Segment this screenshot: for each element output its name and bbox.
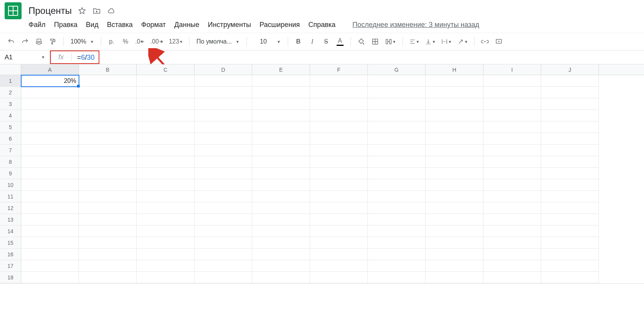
cell-A6[interactable] [21, 133, 79, 145]
cell-G17[interactable] [368, 260, 426, 272]
cell-H4[interactable] [426, 110, 483, 121]
cell-F16[interactable] [310, 249, 368, 260]
cell-H13[interactable] [426, 214, 483, 225]
cell-D6[interactable] [195, 133, 252, 145]
cell-A2[interactable] [21, 87, 79, 98]
menu-edit[interactable]: Правка [54, 21, 77, 29]
cell-I15[interactable] [483, 237, 541, 249]
cell-I17[interactable] [483, 260, 541, 272]
move-to-folder-icon[interactable] [92, 7, 101, 15]
cell-I5[interactable] [483, 121, 541, 133]
format-percent-button[interactable]: % [120, 36, 131, 47]
cell-H10[interactable] [426, 179, 483, 191]
column-header-A[interactable]: A [21, 64, 79, 75]
cell-D4[interactable] [195, 110, 252, 121]
cell-F5[interactable] [310, 121, 368, 133]
cell-B6[interactable] [79, 133, 137, 145]
cell-F13[interactable] [310, 214, 368, 225]
cell-A17[interactable] [21, 260, 79, 272]
fill-color-button[interactable] [356, 36, 367, 47]
cell-D12[interactable] [195, 202, 252, 214]
cell-C5[interactable] [137, 121, 195, 133]
cell-G6[interactable] [368, 133, 426, 145]
cell-A18[interactable] [21, 272, 79, 283]
column-header-C[interactable]: C [137, 64, 195, 75]
cell-J2[interactable] [541, 87, 599, 98]
cell-H6[interactable] [426, 133, 483, 145]
paint-format-button[interactable] [47, 36, 59, 47]
horizontal-align-button[interactable]: ▼ [408, 36, 421, 47]
column-header-B[interactable]: B [79, 64, 137, 75]
cell-J11[interactable] [541, 191, 599, 202]
cell-J15[interactable] [541, 237, 599, 249]
cell-C1[interactable] [137, 75, 195, 87]
row-header-9[interactable]: 9 [0, 168, 21, 179]
print-button[interactable] [33, 36, 45, 47]
cell-I12[interactable] [483, 202, 541, 214]
font-size-select[interactable]: 10 ▼ [252, 38, 283, 45]
cell-E9[interactable] [252, 168, 310, 179]
menu-format[interactable]: Формат [141, 21, 166, 29]
cell-B18[interactable] [79, 272, 137, 283]
cell-F17[interactable] [310, 260, 368, 272]
cell-C6[interactable] [137, 133, 195, 145]
cell-F14[interactable] [310, 225, 368, 237]
cell-A10[interactable] [21, 179, 79, 191]
cell-J9[interactable] [541, 168, 599, 179]
cell-B2[interactable] [79, 87, 137, 98]
cell-E7[interactable] [252, 145, 310, 156]
row-header-7[interactable]: 7 [0, 145, 21, 156]
cell-F1[interactable] [310, 75, 368, 87]
cell-D18[interactable] [195, 272, 252, 283]
cell-D13[interactable] [195, 214, 252, 225]
cell-B15[interactable] [79, 237, 137, 249]
row-header-8[interactable]: 8 [0, 156, 21, 168]
sheets-logo[interactable] [5, 2, 22, 19]
menu-data[interactable]: Данные [174, 21, 200, 29]
cell-D1[interactable] [195, 75, 252, 87]
cell-A8[interactable] [21, 156, 79, 168]
text-rotation-button[interactable]: ▼ [456, 36, 470, 47]
cell-I16[interactable] [483, 249, 541, 260]
format-currency-button[interactable]: р. [106, 36, 117, 47]
row-header-13[interactable]: 13 [0, 214, 21, 225]
cell-I18[interactable] [483, 272, 541, 283]
cell-G15[interactable] [368, 237, 426, 249]
cell-B12[interactable] [79, 202, 137, 214]
cell-D15[interactable] [195, 237, 252, 249]
text-color-button[interactable]: A [334, 36, 346, 47]
cell-I8[interactable] [483, 156, 541, 168]
cell-I1[interactable] [483, 75, 541, 87]
cell-J6[interactable] [541, 133, 599, 145]
cell-A11[interactable] [21, 191, 79, 202]
cell-E1[interactable] [252, 75, 310, 87]
cell-J10[interactable] [541, 179, 599, 191]
select-all-corner[interactable] [0, 64, 21, 75]
cell-E8[interactable] [252, 156, 310, 168]
column-header-D[interactable]: D [195, 64, 252, 75]
cell-D14[interactable] [195, 225, 252, 237]
cell-D2[interactable] [195, 87, 252, 98]
cell-F15[interactable] [310, 237, 368, 249]
cell-H11[interactable] [426, 191, 483, 202]
cell-F9[interactable] [310, 168, 368, 179]
cell-F11[interactable] [310, 191, 368, 202]
cell-A13[interactable] [21, 214, 79, 225]
cell-C3[interactable] [137, 98, 195, 110]
cell-F18[interactable] [310, 272, 368, 283]
cell-J1[interactable] [541, 75, 599, 87]
cell-C16[interactable] [137, 249, 195, 260]
cell-B17[interactable] [79, 260, 137, 272]
cell-E16[interactable] [252, 249, 310, 260]
cell-E12[interactable] [252, 202, 310, 214]
cell-H9[interactable] [426, 168, 483, 179]
cell-G10[interactable] [368, 179, 426, 191]
cell-H1[interactable] [426, 75, 483, 87]
cell-G12[interactable] [368, 202, 426, 214]
cell-E11[interactable] [252, 191, 310, 202]
cell-I13[interactable] [483, 214, 541, 225]
cell-D11[interactable] [195, 191, 252, 202]
cell-F4[interactable] [310, 110, 368, 121]
row-header-17[interactable]: 17 [0, 260, 21, 272]
borders-button[interactable] [369, 36, 381, 47]
